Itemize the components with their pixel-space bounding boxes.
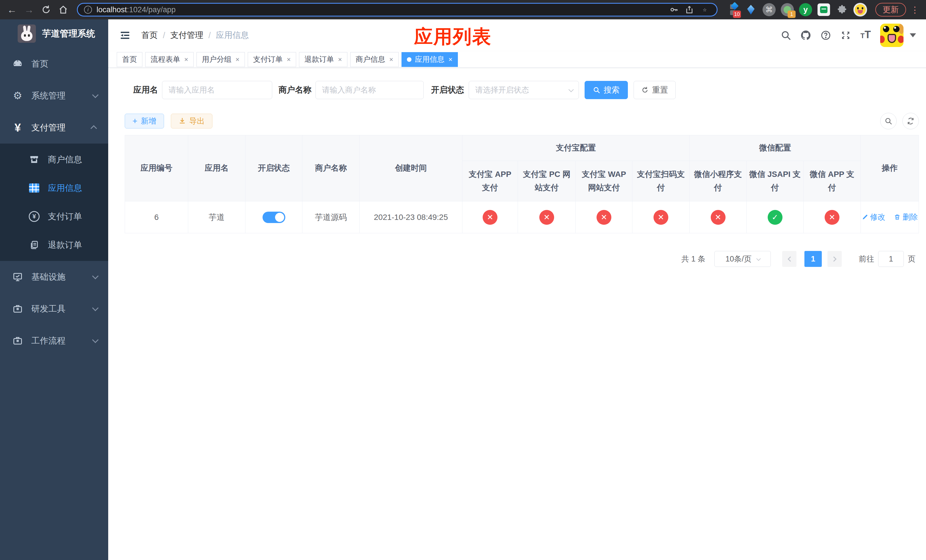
search-button[interactable]: 搜索 bbox=[585, 81, 628, 99]
store-icon bbox=[28, 154, 41, 165]
tab-home[interactable]: 首页 bbox=[117, 52, 142, 67]
alipay-qr-status-icon: ✕ bbox=[654, 210, 668, 225]
reset-button[interactable]: 重置 bbox=[634, 81, 676, 99]
chevron-down-icon bbox=[756, 256, 761, 261]
goto-page-input[interactable] bbox=[878, 251, 904, 267]
prev-page-button[interactable] bbox=[782, 251, 796, 267]
cell-operations: 修改 删除 bbox=[861, 201, 919, 233]
sidebar-item-dev-tools[interactable]: 研发工具 bbox=[0, 293, 108, 325]
browser-back-icon[interactable]: ← bbox=[6, 3, 18, 16]
site-info-icon[interactable]: i bbox=[84, 6, 92, 14]
sidebar-item-infrastructure[interactable]: 基础设施 bbox=[0, 261, 108, 293]
sidebar-item-pay-orders[interactable]: ¥ 支付订单 bbox=[0, 202, 108, 231]
extension-profile-icon[interactable]: 1 bbox=[780, 3, 794, 17]
extension-badge: 1 bbox=[788, 11, 796, 18]
sidebar-item-home[interactable]: 首页 bbox=[0, 48, 108, 80]
tab-merchant-info[interactable]: 商户信息× bbox=[350, 52, 399, 67]
extension-y-icon[interactable]: y bbox=[799, 3, 813, 17]
next-page-button[interactable] bbox=[828, 251, 842, 267]
col-operations: 操作 bbox=[861, 135, 919, 201]
browser-home-icon[interactable] bbox=[57, 3, 70, 16]
avatar-caret-icon[interactable] bbox=[910, 33, 916, 37]
extension-blocks-icon[interactable]: 10 bbox=[726, 3, 740, 17]
help-icon[interactable] bbox=[819, 29, 832, 42]
col-wechat-mini: 微信小程序支付 bbox=[690, 161, 747, 201]
breadcrumb-home[interactable]: 首页 bbox=[141, 30, 158, 41]
tab-process-form[interactable]: 流程表单× bbox=[145, 52, 194, 67]
browser-reload-icon[interactable] bbox=[40, 3, 52, 16]
status-toggle[interactable] bbox=[263, 212, 285, 223]
edit-link[interactable]: 修改 bbox=[862, 212, 885, 222]
pagination: 共 1 条 10条/页 1 前往 页 bbox=[125, 251, 919, 267]
cell-merchant: 芋道源码 bbox=[303, 201, 360, 233]
extensions-row: 10 ⌘ 1 y bbox=[726, 3, 872, 17]
tab-refund-orders[interactable]: 退款订单× bbox=[299, 52, 347, 67]
sidebar-logo[interactable]: 芋道管理系统 bbox=[0, 20, 108, 48]
sidebar-item-refund-orders[interactable]: 退款订单 bbox=[0, 231, 108, 259]
extensions-puzzle-icon[interactable] bbox=[835, 3, 849, 17]
sidebar-item-system[interactable]: ⚙ 系统管理 bbox=[0, 80, 108, 112]
sidebar-item-app-info[interactable]: 应用信息 bbox=[0, 174, 108, 202]
add-button[interactable]: + 新增 bbox=[125, 114, 164, 129]
col-alipay-wap: 支付宝 WAP 网站支付 bbox=[576, 161, 632, 201]
page-unit-label: 页 bbox=[908, 254, 915, 264]
status-select[interactable]: 请选择开启状态 bbox=[469, 81, 579, 99]
github-icon[interactable] bbox=[799, 29, 813, 42]
close-icon[interactable]: × bbox=[287, 56, 291, 64]
merchant-name-input[interactable] bbox=[316, 81, 424, 99]
url-path: :1024/pay/app bbox=[127, 5, 176, 14]
close-icon[interactable]: × bbox=[184, 56, 188, 64]
wechat-app-status-icon: ✕ bbox=[825, 210, 840, 225]
chrome-menu-icon[interactable]: ⋮ bbox=[911, 5, 916, 15]
close-icon[interactable]: × bbox=[389, 56, 393, 64]
share-icon[interactable] bbox=[684, 4, 695, 15]
yen-icon: ¥ bbox=[11, 121, 24, 134]
delete-link[interactable]: 删除 bbox=[894, 212, 918, 222]
user-avatar[interactable] bbox=[880, 24, 903, 47]
bookmark-star-icon[interactable]: ☆ bbox=[699, 4, 710, 15]
tab-pay-orders[interactable]: 支付订单× bbox=[248, 52, 296, 67]
sidebar-item-label: 退款订单 bbox=[48, 239, 82, 251]
toggle-search-button[interactable] bbox=[880, 113, 897, 129]
page-number-1[interactable]: 1 bbox=[804, 251, 822, 267]
close-icon[interactable]: × bbox=[236, 56, 239, 64]
fullscreen-icon[interactable] bbox=[839, 29, 852, 42]
chevron-down-icon bbox=[92, 337, 99, 343]
wechat-mini-status-icon: ✕ bbox=[711, 210, 726, 225]
close-icon[interactable]: × bbox=[338, 56, 342, 64]
sidebar-item-label: 商户信息 bbox=[48, 154, 82, 165]
sidebar-item-label: 工作流程 bbox=[31, 335, 65, 347]
extension-emoji-avatar[interactable] bbox=[853, 3, 867, 17]
chrome-update-button[interactable]: 更新 bbox=[875, 3, 906, 17]
sidebar-item-merchant-info[interactable]: 商户信息 bbox=[0, 145, 108, 174]
sidebar: 芋道管理系统 首页 ⚙ 系统管理 ¥ 支付管理 bbox=[0, 20, 108, 560]
password-key-icon[interactable] bbox=[668, 4, 680, 15]
col-created: 创建时间 bbox=[360, 135, 462, 201]
app-name-input[interactable] bbox=[162, 81, 272, 99]
pen-icon bbox=[862, 213, 869, 221]
font-size-icon[interactable]: TT bbox=[859, 29, 872, 42]
page-size-select[interactable]: 10条/页 bbox=[714, 251, 771, 267]
sidebar-item-label: 支付订单 bbox=[48, 211, 82, 222]
sidebar-item-payment[interactable]: ¥ 支付管理 bbox=[0, 112, 108, 144]
extension-kite-icon[interactable] bbox=[744, 3, 758, 17]
extension-command-icon[interactable]: ⌘ bbox=[762, 3, 776, 17]
search-icon[interactable] bbox=[779, 29, 793, 42]
extension-chat-icon[interactable] bbox=[817, 3, 831, 17]
browser-forward-icon[interactable]: → bbox=[23, 3, 35, 16]
export-button[interactable]: 导出 bbox=[171, 114, 212, 129]
tab-user-group[interactable]: 用户分组× bbox=[197, 52, 245, 67]
tab-app-info[interactable]: 应用信息× bbox=[401, 52, 458, 67]
app-name-label: 应用名 bbox=[133, 84, 158, 96]
close-icon[interactable]: × bbox=[448, 56, 452, 64]
refresh-table-button[interactable] bbox=[902, 113, 919, 129]
breadcrumb: 首页 / 支付管理 / 应用信息 bbox=[141, 30, 249, 41]
breadcrumb-payment[interactable]: 支付管理 bbox=[170, 30, 203, 41]
table-row: 6 芋道 芋道源码 2021-10-23 08:49:25 ✕ ✕ ✕ ✕ ✕ … bbox=[125, 201, 919, 233]
briefcase-icon bbox=[11, 336, 24, 346]
dashboard-icon bbox=[11, 58, 24, 69]
col-merchant: 商户名称 bbox=[303, 135, 360, 201]
sidebar-collapse-icon[interactable] bbox=[118, 29, 132, 42]
address-bar[interactable]: i localhost:1024/pay/app ☆ bbox=[77, 3, 717, 17]
sidebar-item-workflow[interactable]: 工作流程 bbox=[0, 325, 108, 357]
